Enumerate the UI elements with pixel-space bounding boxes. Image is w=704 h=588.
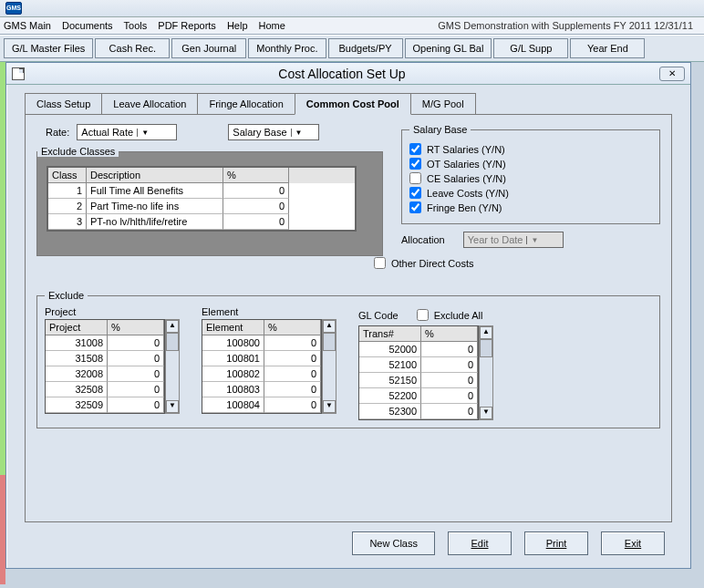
- menu-pdf[interactable]: PDF Reports: [158, 20, 216, 31]
- tool-budgets[interactable]: Budgets/PY: [328, 38, 403, 58]
- salary-base-fieldset: Salary Base RT Salaries (Y/N)OT Salaries…: [401, 124, 660, 224]
- exclude-classes-legend: Exclude Classes: [37, 146, 119, 157]
- scrollbar[interactable]: ▲ ▼: [165, 319, 180, 414]
- salary-base-legend: Salary Base: [409, 124, 471, 135]
- table-row[interactable]: 320080: [46, 366, 164, 382]
- salary-base-dropdown-value: Salary Base: [233, 127, 286, 138]
- toolbar: G/L Master Files Cash Rec. Gen Journal M…: [0, 35, 704, 62]
- app-icon: GMS: [5, 2, 22, 15]
- table-row[interactable]: 315080: [46, 351, 164, 366]
- tab-panel: Rate: Actual Rate ▼ Salary Base ▼: [25, 114, 672, 522]
- tab-fringe-allocation[interactable]: Fringe Allocation: [197, 93, 295, 115]
- scroll-thumb[interactable]: [480, 339, 492, 357]
- table-row[interactable]: 520000: [359, 342, 478, 357]
- tool-cash-rec[interactable]: Cash Rec.: [95, 38, 170, 58]
- salary-check-4[interactable]: [409, 201, 421, 213]
- salary-check-label: CE Salaries (Y/N): [427, 173, 506, 184]
- salary-check-2[interactable]: [409, 172, 421, 184]
- table-row[interactable]: 310080: [46, 335, 164, 351]
- scroll-thumb[interactable]: [166, 333, 179, 351]
- menu-home[interactable]: Home: [259, 20, 285, 31]
- window-frame: Cost Allocation Set Up ✕ Class Setup Lea…: [5, 62, 691, 569]
- scrollbar[interactable]: ▲ ▼: [322, 319, 336, 414]
- document-icon: [12, 67, 25, 80]
- tool-opening-gl[interactable]: Opening GL Bal: [405, 38, 492, 58]
- salary-check-label: Fringe Ben (Y/N): [427, 202, 502, 213]
- tool-monthly[interactable]: Monthly Proc.: [248, 38, 326, 58]
- tool-gen-journal[interactable]: Gen Journal: [171, 38, 246, 58]
- scroll-up-icon[interactable]: ▲: [166, 320, 179, 333]
- allocation-dropdown: Year to Date ▼: [463, 232, 564, 248]
- scroll-up-icon[interactable]: ▲: [323, 320, 336, 333]
- table-row[interactable]: 1008020: [202, 366, 321, 382]
- table-row[interactable]: 523000: [359, 404, 478, 419]
- exclude-classes-grid[interactable]: Class Description % 1 Full Time All Bene…: [47, 166, 357, 232]
- exclude-all-checkbox[interactable]: [417, 309, 429, 321]
- glcode-label: GL Code: [358, 310, 399, 321]
- menu-main[interactable]: GMS Main: [4, 20, 51, 31]
- print-button[interactable]: Print: [524, 531, 588, 555]
- salary-check-1[interactable]: [409, 158, 421, 170]
- edit-button[interactable]: Edit: [448, 531, 512, 555]
- chevron-down-icon: ▼: [137, 129, 149, 137]
- salary-check-label: Leave Costs (Y/N): [427, 188, 509, 199]
- allocation-label: Allocation: [401, 234, 445, 245]
- table-row[interactable]: 2 Part Time-no life ins 0: [48, 199, 355, 214]
- scroll-up-icon[interactable]: ▲: [480, 326, 492, 339]
- window-title: Cost Allocation Set Up: [25, 67, 659, 81]
- glcode-grid[interactable]: Trans# % 520000521000521500522000523000: [358, 325, 479, 420]
- exit-button[interactable]: Exit: [601, 531, 665, 555]
- exclude-legend: Exclude: [45, 290, 88, 301]
- scroll-down-icon[interactable]: ▼: [166, 400, 179, 413]
- close-button[interactable]: ✕: [659, 67, 685, 81]
- tool-gl-supp[interactable]: G/L Supp: [493, 38, 568, 58]
- scroll-down-icon[interactable]: ▼: [323, 400, 336, 413]
- table-row[interactable]: 3 PT-no lv/hlth/life/retire 0: [48, 214, 355, 230]
- table-row[interactable]: 521500: [359, 373, 478, 388]
- other-direct-checkbox[interactable]: [374, 257, 386, 269]
- element-grid[interactable]: Element % 100800010080101008020100803010…: [202, 319, 322, 414]
- table-row[interactable]: 325080: [46, 382, 164, 397]
- table-row[interactable]: 1008000: [202, 335, 321, 351]
- scrollbar[interactable]: ▲ ▼: [479, 325, 493, 420]
- salary-base-dropdown[interactable]: Salary Base ▼: [228, 124, 319, 140]
- exclude-all-label: Exclude All: [434, 310, 483, 321]
- menu-help[interactable]: Help: [227, 20, 248, 31]
- salary-check-label: RT Salaries (Y/N): [427, 144, 505, 155]
- rate-label: Rate:: [46, 127, 69, 138]
- allocation-value: Year to Date: [468, 234, 523, 245]
- table-row[interactable]: 521000: [359, 357, 478, 373]
- rate-dropdown[interactable]: Actual Rate ▼: [77, 124, 177, 140]
- table-row[interactable]: 1 Full Time All Benefits 0: [48, 183, 355, 199]
- status-text: GMS Demonstration with Supplements FY 20…: [438, 20, 693, 31]
- table-row[interactable]: 1008040: [202, 397, 321, 413]
- element-label: Element: [202, 306, 336, 317]
- exclude-fieldset: Exclude Project Project %: [36, 290, 660, 428]
- table-row[interactable]: 522000: [359, 388, 478, 404]
- col-desc: Description: [87, 168, 223, 183]
- col-class: Class: [48, 168, 87, 183]
- scroll-down-icon[interactable]: ▼: [480, 407, 492, 419]
- project-label: Project: [45, 306, 180, 317]
- tab-leave-allocation[interactable]: Leave Allocation: [101, 93, 198, 115]
- table-row[interactable]: 325090: [46, 397, 164, 413]
- exclude-classes-fieldset: Exclude Classes Class Description %: [36, 146, 383, 256]
- salary-check-3[interactable]: [409, 187, 421, 199]
- menu-documents[interactable]: Documents: [62, 20, 113, 31]
- chevron-down-icon: ▼: [526, 236, 538, 244]
- salary-check-0[interactable]: [409, 143, 421, 155]
- col-pct: %: [223, 168, 289, 183]
- new-class-button[interactable]: New Class: [352, 531, 435, 555]
- project-grid[interactable]: Project % 310080315080320080325080325090: [45, 319, 165, 414]
- menu-tools[interactable]: Tools: [124, 20, 148, 31]
- scroll-thumb[interactable]: [323, 333, 336, 351]
- tool-year-end[interactable]: Year End: [570, 38, 645, 58]
- tab-mg-pool[interactable]: M/G Pool: [410, 93, 476, 115]
- tab-class-setup[interactable]: Class Setup: [25, 93, 102, 115]
- salary-check-label: OT Salaries (Y/N): [427, 159, 506, 170]
- tab-common-cost-pool[interactable]: Common Cost Pool: [295, 93, 411, 115]
- chevron-down-icon: ▼: [291, 129, 303, 137]
- tool-gl-master[interactable]: G/L Master Files: [4, 38, 93, 58]
- table-row[interactable]: 1008030: [202, 382, 321, 397]
- table-row[interactable]: 1008010: [202, 351, 321, 366]
